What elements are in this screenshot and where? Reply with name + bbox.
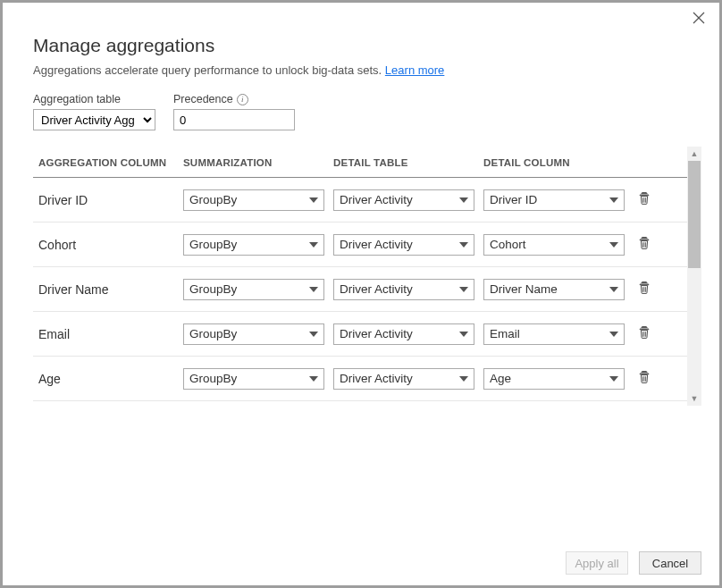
detail-column-dropdown[interactable]: Cohort <box>483 234 625 256</box>
aggregation-table-area: AGGREGATION COLUMN SUMMARIZATION DETAIL … <box>33 147 701 406</box>
scroll-thumb[interactable] <box>688 161 701 268</box>
detail-column-dropdown[interactable]: Age <box>483 368 625 390</box>
detail-table-dropdown[interactable]: Driver Activity <box>333 234 474 256</box>
delete-icon[interactable] <box>637 325 655 343</box>
summarization-dropdown[interactable]: GroupBy <box>183 234 324 256</box>
page-description: Aggregations accelerate query performanc… <box>33 63 701 77</box>
settings-row: Aggregation table Driver Activity Agg Pr… <box>33 93 701 130</box>
detail-table-dropdown[interactable]: Driver Activity <box>333 323 474 345</box>
svg-marker-16 <box>609 287 618 292</box>
scroll-down-icon[interactable]: ▼ <box>687 391 701 406</box>
detail-column-dropdown[interactable]: Driver ID <box>483 189 625 211</box>
detail-column-dropdown[interactable]: Email <box>483 323 625 345</box>
summarization-dropdown[interactable]: GroupBy <box>183 279 324 300</box>
aggregation-column-name: Age <box>33 372 183 386</box>
detail-column-dropdown[interactable]: Driver Name <box>483 279 625 300</box>
detail-table-dropdown[interactable]: Driver Activity <box>333 279 474 300</box>
precedence-label: Precedence i <box>173 93 295 105</box>
close-icon[interactable] <box>693 12 705 24</box>
precedence-input[interactable] <box>173 109 295 130</box>
scrollbar[interactable]: ▲ ▼ <box>687 147 701 406</box>
scroll-up-icon[interactable]: ▲ <box>687 147 701 161</box>
aggregation-column-name: Email <box>33 327 183 341</box>
detail-table-dropdown[interactable]: Driver Activity <box>333 368 474 390</box>
table-row: Driver NameGroupByDriver ActivityDriver … <box>33 267 687 312</box>
svg-marker-26 <box>309 376 318 382</box>
header-detail-table: DETAIL TABLE <box>333 157 483 168</box>
delete-icon[interactable] <box>637 191 655 209</box>
summarization-dropdown[interactable]: GroupBy <box>183 189 324 211</box>
svg-marker-8 <box>309 242 318 248</box>
delete-icon[interactable] <box>637 370 655 388</box>
table-body: Driver IDGroupByDriver ActivityDriver ID… <box>33 178 687 401</box>
page-title: Manage aggregations <box>33 35 701 56</box>
svg-marker-9 <box>459 242 468 248</box>
aggregation-column-name: Driver ID <box>33 193 183 207</box>
table-scroll: AGGREGATION COLUMN SUMMARIZATION DETAIL … <box>33 147 687 406</box>
table-row: Driver IDGroupByDriver ActivityDriver ID <box>33 178 687 223</box>
svg-marker-28 <box>609 376 618 382</box>
table-row: AgeGroupByDriver ActivityAge <box>33 357 687 401</box>
table-header-row: AGGREGATION COLUMN SUMMARIZATION DETAIL … <box>33 147 687 178</box>
svg-marker-2 <box>309 197 318 203</box>
apply-all-button[interactable]: Apply all <box>566 551 628 575</box>
delete-icon[interactable] <box>637 281 655 298</box>
header-aggregation-column: AGGREGATION COLUMN <box>33 157 183 168</box>
svg-marker-3 <box>459 197 468 203</box>
table-row: CohortGroupByDriver ActivityCohort <box>33 223 687 267</box>
svg-marker-20 <box>309 332 318 337</box>
dialog-frame: Manage aggregations Aggregations acceler… <box>0 0 722 588</box>
dialog-footer: Apply all Cancel <box>566 551 701 575</box>
svg-marker-4 <box>609 197 618 203</box>
svg-marker-21 <box>459 332 468 337</box>
summarization-dropdown[interactable]: GroupBy <box>183 368 324 390</box>
aggregation-table-group: Aggregation table Driver Activity Agg <box>33 93 155 130</box>
detail-table-dropdown[interactable]: Driver Activity <box>333 189 474 211</box>
svg-marker-14 <box>309 287 318 292</box>
svg-marker-15 <box>459 287 468 292</box>
description-text: Aggregations accelerate query performanc… <box>33 63 382 77</box>
svg-marker-10 <box>609 242 618 248</box>
header-summarization: SUMMARIZATION <box>183 157 333 168</box>
aggregation-column-name: Driver Name <box>33 282 183 297</box>
svg-marker-27 <box>459 376 468 382</box>
precedence-group: Precedence i <box>173 93 295 130</box>
summarization-dropdown[interactable]: GroupBy <box>183 323 324 345</box>
aggregation-table-label: Aggregation table <box>33 93 155 105</box>
table-row: EmailGroupByDriver ActivityEmail <box>33 312 687 357</box>
header-detail-column: DETAIL COLUMN <box>483 157 634 168</box>
info-icon[interactable]: i <box>237 94 248 105</box>
aggregation-table-select[interactable]: Driver Activity Agg <box>33 109 155 130</box>
cancel-button[interactable]: Cancel <box>639 551 701 575</box>
delete-icon[interactable] <box>637 236 655 254</box>
aggregation-column-name: Cohort <box>33 238 183 252</box>
learn-more-link[interactable]: Learn more <box>385 63 444 77</box>
svg-marker-22 <box>609 332 618 337</box>
